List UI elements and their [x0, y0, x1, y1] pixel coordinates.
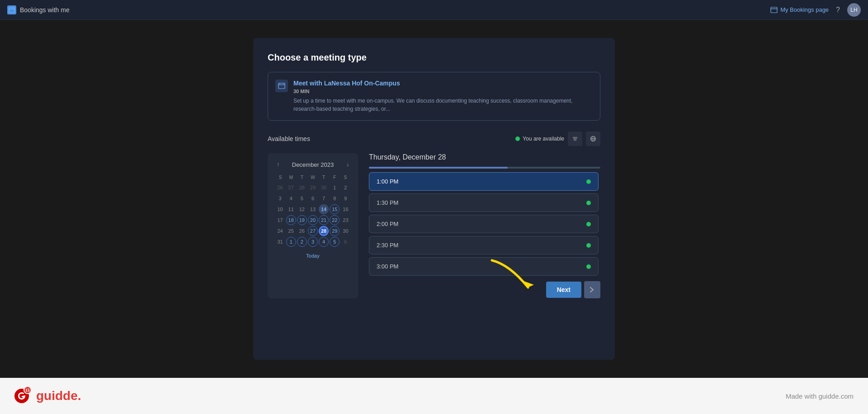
cal-day-available[interactable]: 2 [297, 237, 307, 247]
calendar-week-6: 31 1 2 3 4 5 6 [275, 237, 351, 247]
cal-day[interactable]: 17 [275, 215, 285, 225]
cal-day-available[interactable]: 15 [330, 204, 340, 214]
cal-day[interactable]: 30 [319, 183, 329, 193]
cal-day-available[interactable]: 1 [286, 237, 296, 247]
selected-date-label: Thursday, December 28 [369, 153, 600, 161]
cal-day[interactable]: 7 [319, 193, 329, 203]
time-slot[interactable]: 2:00 PM [369, 215, 599, 233]
cal-day[interactable]: 8 [330, 193, 340, 203]
meeting-card-title: Meet with LaNessa Hof On-Campus [293, 80, 593, 87]
cal-day[interactable]: 4 [286, 193, 296, 203]
time-slot[interactable]: 2:30 PM [369, 236, 599, 254]
cal-day[interactable]: 6 [340, 237, 350, 247]
day-header-w: W [307, 174, 318, 181]
globe-icon-button[interactable] [586, 132, 600, 146]
day-header-t2: T [318, 174, 329, 181]
calendar-week-4: 17 18 19 20 21 22 23 [275, 215, 351, 225]
cal-day-available[interactable]: 20 [308, 215, 318, 225]
slot-time-2pm: 2:00 PM [377, 221, 398, 227]
available-times-header: Available times You are available [268, 132, 600, 146]
next-button[interactable]: Next [546, 282, 581, 298]
cal-day[interactable]: 9 [340, 193, 350, 203]
section-title: Choose a meeting type [268, 52, 600, 63]
today-button[interactable]: Today [275, 251, 351, 260]
cal-day[interactable]: 30 [340, 226, 350, 236]
slot-available-dot [586, 179, 591, 184]
main-content: Choose a meeting type Meet with LaNessa … [0, 20, 868, 378]
notification-badge: 11 [24, 386, 32, 394]
filter-icon-button[interactable] [568, 132, 582, 146]
bottom-bar: 11 guidde. Made with guidde.com [0, 378, 868, 414]
cal-day[interactable]: 3 [275, 193, 285, 203]
cal-day[interactable]: 12 [297, 204, 307, 214]
cal-day[interactable]: 1 [330, 183, 340, 193]
bookings-page-icon [770, 6, 778, 14]
svg-rect-4 [771, 7, 777, 13]
calendar-container: ↑ December 2023 ↓ S M T W T F S [268, 153, 358, 298]
cal-day[interactable]: 29 [308, 183, 318, 193]
cal-day-available[interactable]: 22 [330, 215, 340, 225]
globe-icon [590, 136, 596, 142]
slot-time-130pm: 1:30 PM [377, 199, 398, 206]
cal-day[interactable]: 27 [286, 183, 296, 193]
meeting-card-description: Set up a time to meet with me on-campus.… [293, 97, 593, 113]
cal-day[interactable]: 26 [297, 226, 307, 236]
time-slot[interactable]: 3:00 PM [369, 257, 599, 276]
calendar-prev-button[interactable]: ↑ [275, 160, 281, 169]
meeting-type-card[interactable]: Meet with LaNessa Hof On-Campus 30 MIN S… [268, 72, 600, 121]
cal-day[interactable]: 11 [286, 204, 296, 214]
next-icon-button[interactable] [584, 281, 600, 298]
cal-day[interactable]: 10 [275, 204, 285, 214]
help-button[interactable]: ? [836, 6, 840, 14]
guidde-badge-wrapper: 11 [14, 389, 29, 403]
day-header-s: S [275, 174, 286, 181]
cal-day[interactable]: 16 [340, 204, 350, 214]
cal-day-available[interactable]: 27 [308, 226, 318, 236]
cal-day-available[interactable]: 4 [319, 237, 329, 247]
availability-badge: You are available [515, 136, 564, 142]
time-slot[interactable]: 1:00 PM [369, 172, 599, 191]
cal-day[interactable]: 13 [308, 204, 318, 214]
time-slots-container: Thursday, December 28 1:00 PM 1:30 PM [369, 153, 600, 298]
time-slot[interactable]: 1:30 PM [369, 193, 599, 212]
cal-day[interactable]: 31 [275, 237, 285, 247]
my-bookings-label: My Bookings page [780, 6, 829, 13]
topbar: Bookings with me My Bookings page ? LH [0, 0, 868, 20]
cal-day[interactable]: 25 [286, 226, 296, 236]
cal-day[interactable]: 26 [275, 183, 285, 193]
user-avatar[interactable]: LH [847, 3, 861, 17]
cal-day[interactable]: 24 [275, 226, 285, 236]
cal-day-available[interactable]: 3 [308, 237, 318, 247]
cal-day-today[interactable]: 14 [319, 204, 329, 214]
my-bookings-page-button[interactable]: My Bookings page [770, 6, 829, 14]
actions-area: Next [369, 281, 600, 298]
calendar-day-headers: S M T W T F S [275, 174, 351, 181]
calendar-header: ↑ December 2023 ↓ [275, 160, 351, 169]
availability-dot [515, 136, 520, 141]
cal-day-available[interactable]: 19 [297, 215, 307, 225]
cal-day-available[interactable]: 21 [319, 215, 329, 225]
calendar-next-button[interactable]: ↓ [344, 160, 351, 169]
cal-day[interactable]: 2 [340, 183, 350, 193]
cal-day-selected[interactable]: 28 [319, 226, 329, 236]
cal-day[interactable]: 28 [297, 183, 307, 193]
day-header-m: M [286, 174, 297, 181]
slot-available-dot [586, 243, 591, 248]
slot-available-dot [586, 264, 591, 269]
cal-day[interactable]: 23 [340, 215, 350, 225]
topbar-right: My Bookings page ? LH [770, 3, 861, 17]
svg-rect-0 [9, 8, 14, 13]
cal-day[interactable]: 6 [308, 193, 318, 203]
booking-panel: Choose a meeting type Meet with LaNessa … [253, 38, 615, 360]
meeting-card-icon [275, 80, 288, 92]
cal-day-available[interactable]: 5 [330, 237, 340, 247]
cal-day[interactable]: 5 [297, 193, 307, 203]
time-scroll-area[interactable]: 1:00 PM 1:30 PM 2:00 PM 2:30 PM [369, 172, 600, 276]
cal-day-available[interactable]: 29 [330, 226, 340, 236]
day-header-t: T [297, 174, 307, 181]
cal-day-available[interactable]: 18 [286, 215, 296, 225]
calendar-weeks: 26 27 28 29 30 1 2 3 4 5 [275, 183, 351, 247]
calendar-week-3: 10 11 12 13 14 15 16 [275, 204, 351, 214]
calendar-week-5: 24 25 26 27 28 29 30 [275, 226, 351, 236]
filter-icon [572, 136, 578, 142]
